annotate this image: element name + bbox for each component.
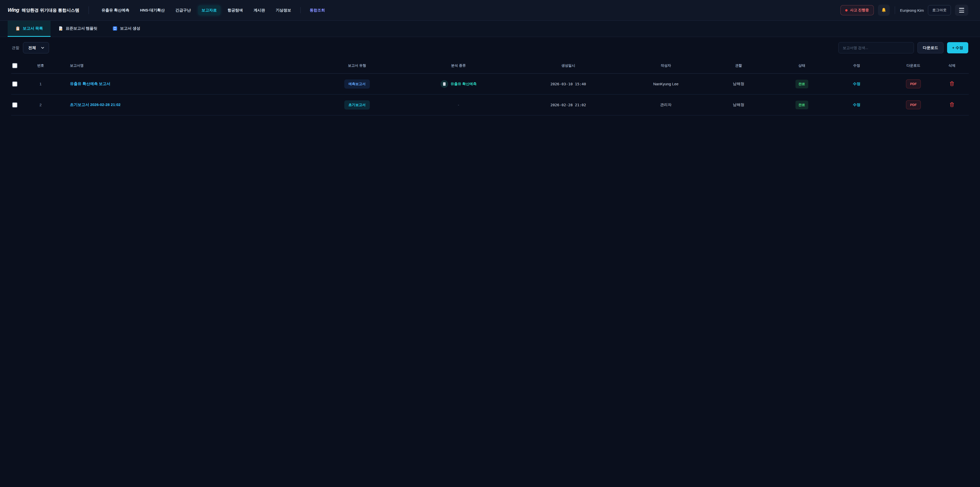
logout-button[interactable]: 로그아웃 bbox=[928, 5, 951, 15]
edit-button[interactable]: + 수정 bbox=[947, 42, 968, 53]
nav-item-integrated-search[interactable]: 통합조회 bbox=[306, 5, 329, 15]
column-header-report-type: 보고서 유형 bbox=[297, 58, 417, 73]
row-checkbox[interactable] bbox=[12, 102, 18, 107]
column-header-status: 상태 bbox=[782, 58, 821, 73]
bell-icon bbox=[881, 7, 886, 13]
menu-button[interactable] bbox=[955, 5, 968, 16]
nav-item-oil-spill-prediction[interactable]: 유출유 확산예측 bbox=[98, 5, 133, 15]
row-checkbox[interactable] bbox=[12, 81, 18, 86]
jurisdiction-name: 남해청 bbox=[695, 94, 782, 115]
header-divider bbox=[895, 6, 895, 14]
jurisdiction-filter-label: 관할 bbox=[12, 45, 19, 50]
oil-drum-icon bbox=[442, 82, 446, 86]
author-name: 관리자 bbox=[636, 94, 695, 115]
report-type-badge: 예측보고서 bbox=[344, 80, 370, 89]
chevron-down-icon bbox=[41, 46, 45, 50]
nav-item-aerial-search[interactable]: 항공탐색 bbox=[224, 5, 247, 15]
delete-button[interactable] bbox=[948, 101, 955, 109]
status-badge: 완료 bbox=[795, 101, 808, 109]
memo-icon bbox=[58, 26, 63, 31]
notification-bell-button[interactable] bbox=[878, 5, 890, 16]
edit-link[interactable]: 수정 bbox=[853, 82, 860, 86]
column-header-analysis-type: 분석 종류 bbox=[417, 58, 500, 73]
pdf-download-button[interactable]: PDF bbox=[906, 101, 921, 109]
report-title-link[interactable]: 초기보고서 2026-02-28 21:02 bbox=[70, 102, 121, 107]
nav-item-hns-air-diffusion[interactable]: HNS·대기확산 bbox=[137, 5, 169, 15]
analysis-type: 유출유 확산예측 bbox=[441, 80, 477, 88]
select-all-checkbox[interactable] bbox=[12, 63, 18, 68]
edit-link[interactable]: 수정 bbox=[853, 103, 860, 107]
analysis-type-label: 유출유 확산예측 bbox=[451, 82, 477, 86]
tab-report-list[interactable]: 보고서 목록 bbox=[8, 21, 51, 37]
incident-status-label: 사고 진행중 bbox=[850, 8, 869, 13]
tab-label: 보고서 목록 bbox=[23, 26, 43, 31]
main-nav: 유출유 확산예측HNS·대기확산긴급구난보고자료항공탐색게시판기상정보통합조회 bbox=[98, 5, 840, 15]
column-header-download: 다운로드 bbox=[892, 58, 935, 73]
report-title-link[interactable]: 유출유 확산예측 보고서 bbox=[70, 81, 110, 86]
column-header-created-at: 생성일시 bbox=[500, 58, 636, 73]
user-name: Eunjeong Kim bbox=[900, 8, 924, 13]
author-name: NanKyung Lee bbox=[636, 73, 695, 94]
nav-item-weather-info[interactable]: 기상정보 bbox=[272, 5, 295, 15]
incident-dot-icon bbox=[845, 9, 848, 11]
header-right: 사고 진행중 Eunjeong Kim 로그아웃 bbox=[840, 5, 968, 16]
app-title: 해양환경 위기대응 통합시스템 bbox=[22, 7, 80, 13]
table-header-row: 번호보고서명보고서 유형분석 종류생성일시작성자관할상태수정다운로드삭제 bbox=[11, 58, 969, 73]
oil-drum-icon-wrap bbox=[441, 80, 448, 88]
jurisdiction-select[interactable]: 전체 bbox=[23, 42, 49, 53]
column-header-jurisdiction: 관할 bbox=[695, 58, 782, 73]
column-header-edit: 수정 bbox=[821, 58, 892, 73]
refresh-icon bbox=[113, 26, 118, 31]
column-header-report-name: 보고서명 bbox=[55, 58, 297, 73]
tab-label: 보고서 생성 bbox=[120, 26, 140, 31]
nav-item-board[interactable]: 게시판 bbox=[250, 5, 269, 15]
trash-icon bbox=[950, 81, 954, 86]
created-datetime: 2026-02-28 21:02 bbox=[500, 94, 636, 115]
hamburger-icon bbox=[959, 8, 964, 13]
table-row: 2초기보고서 2026-02-28 21:02초기보고서-2026-02-28 … bbox=[11, 94, 969, 115]
jurisdiction-select-value: 전체 bbox=[28, 45, 36, 50]
trash-icon bbox=[950, 102, 954, 107]
delete-button[interactable] bbox=[948, 80, 955, 88]
app-logo[interactable]: Wing 해양환경 위기대응 통합시스템 bbox=[8, 7, 80, 13]
column-header-author: 작성자 bbox=[636, 58, 695, 73]
incident-status-badge: 사고 진행중 bbox=[840, 5, 874, 15]
tab-report-generate[interactable]: 보고서 생성 bbox=[105, 21, 148, 37]
created-datetime: 2026-03-10 15:40 bbox=[500, 73, 636, 94]
report-table-wrap: 번호보고서명보고서 유형분석 종류생성일시작성자관할상태수정다운로드삭제 1유출… bbox=[0, 58, 980, 115]
report-search-input[interactable] bbox=[838, 42, 914, 53]
tab-standard-report-template[interactable]: 표준보고서 템플릿 bbox=[51, 21, 105, 37]
nav-item-report-data[interactable]: 보고자료 bbox=[198, 5, 221, 15]
top-header: Wing 해양환경 위기대응 통합시스템 유출유 확산예측HNS·대기확산긴급구… bbox=[0, 0, 980, 21]
table-toolbar: 관할 전체 다운로드 + 수정 bbox=[0, 37, 980, 58]
tab-label: 표준보고서 템플릿 bbox=[65, 26, 97, 31]
report-table: 번호보고서명보고서 유형분석 종류생성일시작성자관할상태수정다운로드삭제 1유출… bbox=[11, 58, 969, 115]
nav-item-emergency-rescue[interactable]: 긴급구난 bbox=[172, 5, 194, 15]
column-header-number: 번호 bbox=[27, 58, 55, 73]
analysis-type: - bbox=[458, 103, 459, 107]
column-header-delete: 삭제 bbox=[935, 58, 969, 73]
report-type-badge: 초기보고서 bbox=[344, 101, 370, 110]
jurisdiction-name: 남해청 bbox=[695, 73, 782, 94]
clipboard-icon bbox=[15, 26, 20, 31]
status-badge: 완료 bbox=[795, 80, 808, 88]
pdf-download-button[interactable]: PDF bbox=[906, 80, 921, 88]
report-number: 2 bbox=[27, 94, 55, 115]
report-number: 1 bbox=[27, 73, 55, 94]
table-row: 1유출유 확산예측 보고서예측보고서유출유 확산예측2026-03-10 15:… bbox=[11, 73, 969, 94]
download-button[interactable]: 다운로드 bbox=[918, 42, 943, 53]
column-header-checkbox bbox=[11, 58, 27, 73]
report-tabbar: 보고서 목록표준보고서 템플릿보고서 생성 bbox=[0, 21, 980, 37]
wing-logo: Wing bbox=[8, 7, 19, 13]
